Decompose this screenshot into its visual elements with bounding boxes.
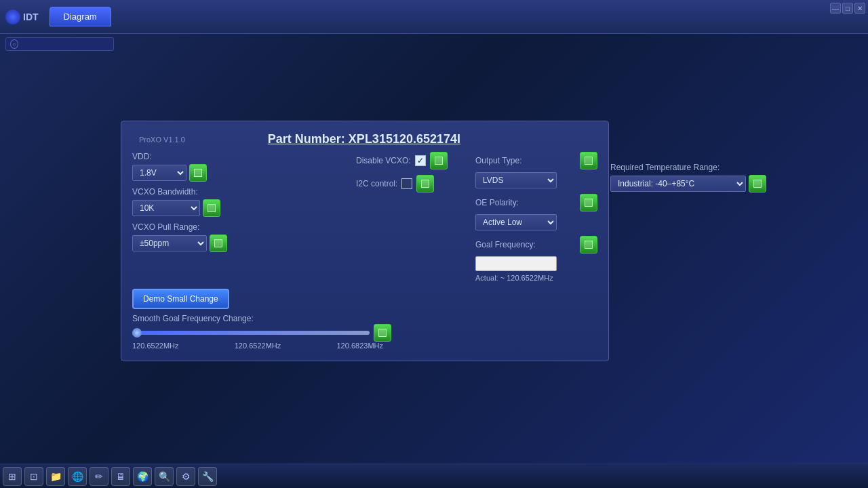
slider-green-btn[interactable]: [374, 324, 391, 342]
goal-freq-label: Goal Frequency:: [475, 240, 536, 249]
temp-range-panel: Required Temperature Range: Industrial: …: [610, 163, 766, 192]
output-type-header-row: Output Type:: [475, 152, 597, 169]
temp-range-btn-icon: [753, 180, 762, 188]
vcxo-pull-range-row: ±50ppm: [132, 235, 345, 252]
disable-vcxo-checkbox[interactable]: [415, 155, 426, 166]
temp-range-row: Industrial: -40–+85°C: [610, 175, 766, 192]
window-controls: — □ ✕: [830, 3, 865, 14]
i2c-control-btn-icon: [421, 180, 429, 188]
taskbar-editor[interactable]: ✏: [90, 467, 108, 486]
search-input[interactable]: [21, 39, 109, 49]
vdd-btn-icon: [194, 169, 202, 177]
vcxo-bandwidth-green-btn[interactable]: [203, 199, 220, 217]
goal-freq-btn-icon: [585, 241, 593, 249]
output-type-btn-icon: [585, 157, 593, 165]
right-controls: Output Type: LVDS OE Polarity:: [475, 152, 597, 282]
smooth-freq-label: Smooth Goal Frequency Change:: [132, 314, 254, 323]
goal-freq-field: Goal Frequency: Actual: ~ 120.6522MHz: [475, 236, 597, 282]
taskbar-browser[interactable]: 🌐: [68, 467, 87, 486]
vcxo-pull-range-field: VCXO Pull Range: ±50ppm: [132, 222, 345, 252]
vdd-row: 1.8V: [132, 164, 345, 182]
oe-polarity-header-row: OE Polarity:: [475, 194, 597, 211]
taskbar-start[interactable]: ⊞: [3, 467, 22, 486]
temp-range-green-btn[interactable]: [749, 175, 766, 192]
temp-range-label: Required Temperature Range:: [610, 163, 766, 172]
idt-logo-text: IDT: [23, 12, 39, 22]
minimize-button[interactable]: —: [830, 3, 841, 14]
taskbar-tools[interactable]: 🔧: [198, 467, 217, 486]
output-type-label: Output Type:: [475, 156, 522, 165]
vcxo-bandwidth-label: VCXO Bandwidth:: [132, 187, 345, 197]
temp-range-select[interactable]: Industrial: -40–+85°C: [610, 176, 746, 192]
goal-freq-header-row: Goal Frequency:: [475, 236, 597, 253]
top-bar: IDT Diagram — □ ✕: [0, 0, 868, 34]
taskbar-task-view[interactable]: ⊡: [24, 467, 43, 486]
search-bar: ○: [5, 37, 114, 51]
taskbar: ⊞ ⊡ 📁 🌐 ✏ 🖥 🌍 🔍 ⚙ 🔧: [0, 464, 868, 488]
taskbar-file-manager[interactable]: 📁: [46, 467, 65, 486]
i2c-control-label: I2C control:: [356, 179, 397, 188]
center-controls: VDD: 1.8V VCXO Bandwidth: 10K: [132, 152, 345, 282]
oe-polarity-label: OE Polarity:: [475, 198, 519, 207]
i2c-control-row: I2C control:: [356, 175, 465, 192]
vdd-green-btn[interactable]: [189, 164, 207, 182]
oe-polarity-select[interactable]: Active Low: [475, 214, 557, 230]
oe-polarity-green-btn[interactable]: [580, 194, 597, 211]
part-number: Part Number: XPL315120.652174I: [268, 132, 460, 146]
taskbar-settings[interactable]: ⚙: [176, 467, 195, 486]
vcxo-bandwidth-row: 10K: [132, 199, 345, 217]
vcxo-pull-range-label: VCXO Pull Range:: [132, 222, 345, 232]
actual-freq: Actual: ~ 120.6522MHz: [475, 274, 597, 282]
slider-btn-icon: [378, 329, 387, 337]
vcxo-pull-range-green-btn[interactable]: [210, 235, 227, 252]
freq-labels: 120.6522MHz 120.6522MHz 120.6823MHz: [132, 342, 383, 350]
disable-vcxo-green-btn[interactable]: [430, 152, 448, 169]
vdd-select[interactable]: 1.8V: [132, 165, 186, 181]
taskbar-search[interactable]: 🔍: [155, 467, 174, 486]
i2c-control-checkbox[interactable]: [401, 178, 412, 189]
vdd-field: VDD: 1.8V: [132, 152, 345, 182]
vcxo-bandwidth-btn-icon: [208, 204, 216, 212]
close-button[interactable]: ✕: [854, 3, 865, 14]
oe-polarity-field: OE Polarity: Active Low: [475, 194, 597, 230]
goal-freq-input[interactable]: [475, 256, 557, 271]
idt-logo-circle: [5, 9, 20, 24]
vcxo-pull-range-btn-icon: [214, 239, 222, 247]
i2c-control-green-btn[interactable]: [416, 175, 434, 192]
output-type-field: Output Type: LVDS: [475, 152, 597, 188]
search-icon: ○: [10, 39, 18, 49]
smooth-freq-section: Smooth Goal Frequency Change: 120.6522MH…: [132, 312, 597, 350]
disable-vcxo-row: Disable VCXO:: [356, 152, 465, 169]
demo-small-change-button[interactable]: Demo Small Change: [132, 289, 229, 309]
vcxo-bandwidth-field: VCXO Bandwidth: 10K: [132, 187, 345, 217]
disable-vcxo-btn-icon: [435, 157, 443, 165]
maximize-button[interactable]: □: [842, 3, 853, 14]
slider-container: [132, 324, 597, 342]
oe-polarity-btn-icon: [585, 199, 593, 207]
vcxo-pull-range-select[interactable]: ±50ppm: [132, 235, 207, 251]
freq-slider[interactable]: [132, 331, 370, 335]
freq-label-center: 120.6522MHz: [235, 342, 281, 350]
vdd-label: VDD:: [132, 152, 345, 161]
vcxo-bandwidth-select[interactable]: 10K: [132, 200, 200, 216]
idt-logo: IDT: [5, 9, 39, 24]
taskbar-internet[interactable]: 🌍: [133, 467, 152, 486]
main-dialog: ProXO V1.1.0 Part Number: XPL315120.6521…: [121, 121, 609, 361]
freq-label-right: 120.6823MHz: [337, 342, 384, 350]
taskbar-display[interactable]: 🖥: [111, 467, 130, 486]
diagram-tab[interactable]: Diagram: [50, 7, 111, 26]
goal-freq-green-btn[interactable]: [580, 236, 597, 253]
freq-label-left: 120.6522MHz: [132, 342, 179, 350]
vcxo-checkbox-col: Disable VCXO: I2C control:: [356, 152, 465, 282]
output-type-select[interactable]: LVDS: [475, 172, 557, 188]
proxo-version: ProXO V1.1.0: [139, 136, 185, 144]
output-type-green-btn[interactable]: [580, 152, 597, 169]
disable-vcxo-label: Disable VCXO:: [356, 156, 411, 165]
